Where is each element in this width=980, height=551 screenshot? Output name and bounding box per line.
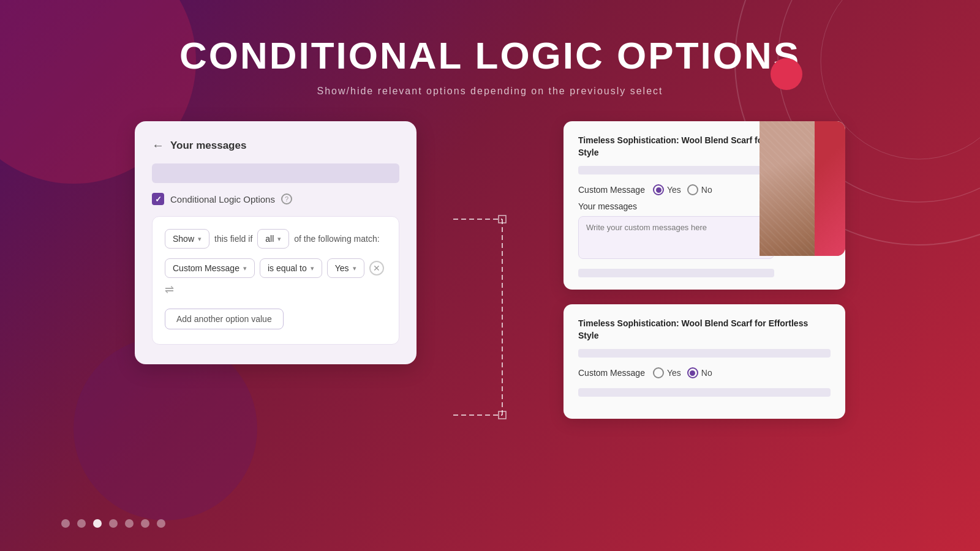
- help-icon[interactable]: ?: [281, 193, 292, 204]
- page-title: CONDITIONAL LOGIC OPTIONS: [0, 34, 980, 77]
- operator-select[interactable]: is equal to ▾: [260, 258, 322, 278]
- chevron-down-icon-2: ▾: [277, 235, 281, 243]
- chevron-down-icon: ▾: [198, 235, 202, 243]
- custom-message-row-top: Custom Message Yes No: [578, 184, 774, 195]
- product-image-top: [760, 121, 845, 256]
- add-option-button[interactable]: Add another option value: [165, 309, 284, 329]
- pagination-dots: [61, 519, 165, 528]
- field-select[interactable]: Custom Message ▾: [165, 258, 255, 278]
- conditional-logic-checkbox[interactable]: [152, 193, 164, 205]
- radio-group-bottom: Yes No: [653, 367, 712, 378]
- value-select[interactable]: Yes ▾: [327, 258, 364, 278]
- logic-row-1: Show ▾ this field if all ▾ of the follow…: [165, 229, 386, 249]
- dot-1[interactable]: [61, 519, 70, 528]
- product-card-top: Timeless Sophistication: Wool Blend Scar…: [564, 121, 845, 290]
- chevron-down-icon-5: ▾: [353, 264, 356, 272]
- search-bar[interactable]: [152, 163, 399, 183]
- radio-no-circle-top[interactable]: [687, 184, 698, 195]
- custom-message-label-top: Custom Message: [578, 185, 646, 195]
- checkbox-label: Conditional Logic Options: [170, 194, 275, 204]
- left-panel: ← Your messages Conditional Logic Option…: [135, 121, 417, 364]
- page-subtitle: Show/hide relevant options depending on …: [0, 86, 980, 97]
- dot-4[interactable]: [109, 519, 118, 528]
- radio-yes-circle-bottom[interactable]: [653, 367, 664, 378]
- radio-group-top: Yes No: [653, 184, 712, 195]
- chevron-down-icon-3: ▾: [243, 264, 247, 272]
- right-panels: Timeless Sophistication: Wool Blend Scar…: [564, 121, 845, 419]
- radio-no-top[interactable]: No: [687, 184, 712, 195]
- custom-message-row-bottom: Custom Message Yes No: [578, 367, 774, 378]
- radio-yes-top[interactable]: Yes: [653, 184, 681, 195]
- yes-label-top: Yes: [667, 185, 681, 195]
- product-title-bottom: Timeless Sophistication: Wool Blend Scar…: [578, 318, 831, 342]
- dot-2[interactable]: [77, 519, 86, 528]
- this-field-text: this field if: [214, 234, 252, 244]
- connector-icon: ⇌: [165, 283, 174, 296]
- custom-message-label-bottom: Custom Message: [578, 368, 646, 378]
- checkbox-row: Conditional Logic Options ?: [152, 193, 399, 205]
- back-arrow-icon[interactable]: ←: [152, 138, 164, 152]
- no-label-bottom: No: [701, 368, 712, 378]
- show-select[interactable]: Show ▾: [165, 229, 209, 249]
- following-match-text: of the following match:: [294, 234, 379, 244]
- all-select[interactable]: all ▾: [257, 229, 289, 249]
- message-textarea[interactable]: [578, 216, 774, 259]
- dot-6[interactable]: [141, 519, 149, 528]
- product-image-inner-top: [760, 121, 845, 256]
- product-bar-bottom: [578, 349, 831, 358]
- dot-5[interactable]: [125, 519, 134, 528]
- bottom-bar-top: [578, 269, 774, 277]
- radio-no-bottom[interactable]: No: [687, 367, 712, 378]
- dot-7[interactable]: [157, 519, 165, 528]
- bottom-bar-bottom: [578, 388, 831, 397]
- panel-title: Your messages: [170, 140, 246, 152]
- product-card-bottom: Timeless Sophistication: Wool Blend Scar…: [564, 304, 845, 419]
- logic-card: Show ▾ this field if all ▾ of the follow…: [152, 216, 399, 345]
- no-label-top: No: [701, 185, 712, 195]
- yes-label-bottom: Yes: [667, 368, 681, 378]
- radio-yes-bottom[interactable]: Yes: [653, 367, 681, 378]
- connector-area: [453, 195, 527, 467]
- dot-3[interactable]: [93, 519, 102, 528]
- logic-row-2: Custom Message ▾ is equal to ▾ Yes ▾ ✕ ⇌: [165, 258, 386, 296]
- top-right-circle-decoration: [771, 58, 802, 90]
- radio-no-circle-bottom[interactable]: [687, 367, 698, 378]
- connector-svg: [453, 195, 527, 464]
- chevron-down-icon-4: ▾: [311, 264, 314, 272]
- radio-yes-circle-top[interactable]: [653, 184, 664, 195]
- page-header: CONDITIONAL LOGIC OPTIONS Show/hide rele…: [0, 0, 980, 97]
- main-content: ← Your messages Conditional Logic Option…: [0, 97, 980, 467]
- panel-header: ← Your messages: [152, 138, 399, 152]
- product-card-top-content: Timeless Sophistication: Wool Blend Scar…: [578, 135, 831, 277]
- delete-condition-button[interactable]: ✕: [369, 261, 384, 276]
